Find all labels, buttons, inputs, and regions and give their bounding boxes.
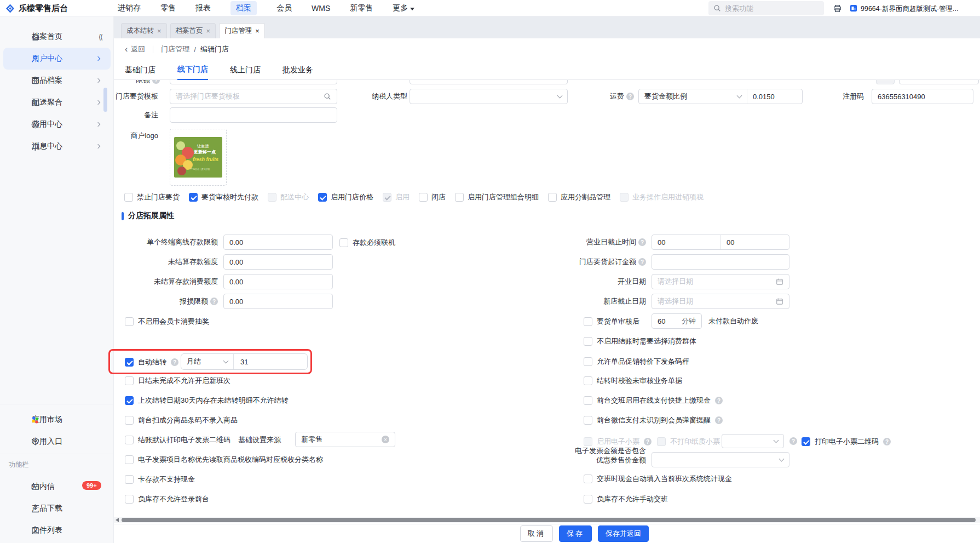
checkbox[interactable] xyxy=(125,358,134,367)
clipped-input[interactable] xyxy=(410,80,568,84)
breadcrumb-parent[interactable]: 门店管理 xyxy=(161,44,189,54)
check-order-audit-void[interactable]: 要货单审核后 xyxy=(584,317,639,327)
checkbox[interactable] xyxy=(125,455,134,464)
check-carryover-audit-docs[interactable]: 结转时校验未审核业务单据 xyxy=(584,376,682,386)
checkbox[interactable] xyxy=(584,495,592,504)
checkbox[interactable] xyxy=(125,436,134,444)
subtab-basic-store[interactable]: 基础门店 xyxy=(125,60,155,80)
checkbox[interactable] xyxy=(125,376,134,385)
check-split-product[interactable]: 应用分割品管理 xyxy=(548,192,610,202)
sidebar-item-app-market[interactable]: 应用市场 xyxy=(3,409,111,431)
help-icon[interactable] xyxy=(715,416,723,424)
nav-item-inventory[interactable]: 进销存 xyxy=(118,3,141,13)
check-auto-carryover[interactable]: 自动结转 xyxy=(125,357,178,367)
loss-limit-input[interactable]: 0.00 xyxy=(223,294,333,309)
subtab-wholesale[interactable]: 批发业务 xyxy=(283,60,313,80)
check-pay-before-audit[interactable]: 要货审核时先付款 xyxy=(189,192,258,202)
clear-icon[interactable] xyxy=(382,436,389,443)
checkbox[interactable] xyxy=(125,416,134,425)
cancel-button[interactable]: 取消 xyxy=(520,525,553,542)
sidebar-item-file-list[interactable]: 文件列表 xyxy=(3,519,111,541)
taxpayer-type-select[interactable] xyxy=(410,89,568,104)
merchant-logo-upload[interactable]: 让生活 更新鲜一点 fresh fruits 产地直送 | 源头好物 xyxy=(170,129,227,186)
checkbox[interactable] xyxy=(339,238,348,247)
opening-date-picker[interactable]: 请选择日期 xyxy=(652,274,789,289)
checkbox[interactable] xyxy=(584,317,592,326)
check-forbid-store-request[interactable]: 禁止门店要货 xyxy=(124,192,180,202)
help-icon[interactable] xyxy=(210,298,218,305)
freight-value-input[interactable]: 0.0150 xyxy=(747,93,802,101)
checkbox[interactable] xyxy=(584,416,592,425)
check-no-lottery[interactable]: 不启用会员卡消费抽奖 xyxy=(125,317,209,327)
help-icon[interactable] xyxy=(638,238,646,246)
nav-item-retail[interactable]: 零售 xyxy=(160,3,176,13)
check-combo-detail[interactable]: 启用门店管理组合明细 xyxy=(455,192,539,202)
tab-cost-carryover[interactable]: 成本结转 xyxy=(121,23,167,38)
checkbox[interactable] xyxy=(584,475,592,483)
help-icon[interactable] xyxy=(152,80,160,84)
help-icon[interactable] xyxy=(715,397,723,404)
subtab-offline-store[interactable]: 线下门店 xyxy=(177,60,208,80)
tab-archive-home[interactable]: 档案首页 xyxy=(170,23,216,38)
store-request-template-input[interactable]: 请选择门店要货模板 xyxy=(170,89,337,104)
new-store-end-date-picker[interactable]: 请选择日期 xyxy=(652,294,789,309)
nav-item-archives[interactable]: 档案 xyxy=(230,1,257,15)
checkbox[interactable] xyxy=(455,193,464,202)
sidebar-item-inbox[interactable]: 站内信 99+ xyxy=(3,476,111,498)
save-button[interactable]: 保存 xyxy=(559,525,592,542)
check-wechat-member-popup[interactable]: 前台微信支付未识别到会员弹窗提醒 xyxy=(584,415,723,425)
scroll-left-arrow[interactable] xyxy=(116,518,119,522)
eticket-mode-select[interactable] xyxy=(722,434,784,448)
remark-input[interactable] xyxy=(170,107,337,123)
tenant-doc-icon[interactable] xyxy=(849,4,858,13)
check-promo-barcode-scale[interactable]: 允许单品促销特价下发条码秤 xyxy=(584,357,689,367)
check-30day-carryover[interactable]: 上次结转日期30天内存在未结转明细不允许结转 xyxy=(125,396,288,405)
checkbox[interactable] xyxy=(584,376,592,385)
cutoff-minute-input[interactable]: 00 xyxy=(721,238,789,247)
check-deposit-online[interactable]: 存款必须联机 xyxy=(339,238,395,248)
carryover-day-input[interactable]: 31 xyxy=(234,358,307,366)
invoice-source-input[interactable]: 新零售 xyxy=(295,432,395,447)
help-icon[interactable] xyxy=(789,437,797,445)
collapse-sidebar-icon[interactable]: ⟨⟨ xyxy=(99,33,102,41)
check-enable-store-price[interactable]: 启用门店价格 xyxy=(318,192,373,202)
sidebar-item-favorites[interactable]: 常用入口 xyxy=(3,431,111,453)
offline-deposit-limit-input[interactable]: 0.00 xyxy=(223,235,333,250)
close-icon[interactable] xyxy=(157,27,162,35)
checkbox[interactable] xyxy=(125,317,134,326)
checkbox[interactable] xyxy=(125,475,134,484)
sidebar-item-user-center[interactable]: 用户中心 xyxy=(3,48,111,70)
check-negative-stock-login[interactable]: 负库存不允许登录前台 xyxy=(125,494,209,504)
sidebar-scrollbar-thumb[interactable] xyxy=(103,88,107,112)
save-and-return-button[interactable]: 保存并返回 xyxy=(598,525,649,542)
tenant-name[interactable]: 99664-新界面商超版测试-管理... xyxy=(861,4,979,14)
checkbox[interactable] xyxy=(189,193,198,202)
horizontal-scrollbar[interactable] xyxy=(114,517,980,523)
sidebar-item-product-archive[interactable]: 商品档案 xyxy=(3,70,111,92)
checkbox[interactable] xyxy=(584,357,592,366)
back-button[interactable]: 返回 xyxy=(125,44,145,54)
printer-icon[interactable] xyxy=(833,4,842,13)
subtab-online-store[interactable]: 线上门店 xyxy=(230,60,261,80)
checkbox[interactable] xyxy=(419,193,428,202)
einvoice-amount-select[interactable] xyxy=(652,452,789,467)
help-icon[interactable] xyxy=(171,358,178,366)
close-icon[interactable] xyxy=(255,27,260,35)
check-invoice-qr[interactable]: 结账默认打印电子发票二维码 基础设置来源 xyxy=(125,435,281,445)
checkbox[interactable] xyxy=(125,396,134,405)
checkbox[interactable] xyxy=(548,193,557,202)
sidebar-item-expense-center[interactable]: 费用中心 xyxy=(3,113,111,135)
nav-item-new-retail[interactable]: 新零售 xyxy=(350,3,373,13)
check-scan-component-barcode[interactable]: 前台扫成分商品条码不录入商品 xyxy=(125,415,238,425)
nav-item-wms[interactable]: WMS xyxy=(312,4,330,13)
cutoff-hour-input[interactable]: 00 xyxy=(652,238,720,247)
check-negative-stock-shift[interactable]: 负库存不允许手动交班 xyxy=(584,494,668,504)
check-card-deposit-no-cash[interactable]: 卡存款不支持现金 xyxy=(125,475,195,484)
unsettled-consume-input[interactable]: 0.00 xyxy=(223,274,333,289)
nav-item-members[interactable]: 会员 xyxy=(276,3,292,13)
checkbox[interactable] xyxy=(584,396,592,405)
help-icon[interactable] xyxy=(626,93,634,100)
registration-code-input[interactable]: 636556310490 xyxy=(872,89,973,104)
checkbox[interactable] xyxy=(584,337,592,346)
scrollbar-thumb[interactable] xyxy=(122,518,976,522)
